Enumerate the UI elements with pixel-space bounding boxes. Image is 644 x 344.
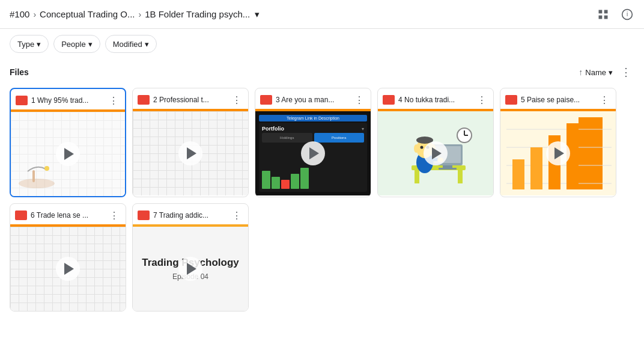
- card-5-play-icon: [554, 147, 564, 159]
- card-6-more-button[interactable]: ⋮: [108, 209, 121, 222]
- file-card-7[interactable]: 7 Trading addic... ⋮ Trading Psychology …: [132, 203, 249, 312]
- card-4-type-icon: [383, 95, 395, 105]
- card-4-header: 4 No tukka tradi... ⋮: [378, 88, 493, 109]
- card-5-header: 5 Paise se paise... ⋮: [500, 88, 616, 109]
- type-filter-arrow: ▾: [37, 40, 41, 49]
- card-5-more-button[interactable]: ⋮: [598, 93, 611, 106]
- modified-filter-label: Modified: [113, 40, 142, 49]
- card-3-thumbnail: Telegram Link in Description Portfolio ▾…: [255, 111, 371, 195]
- breadcrumb-item-3[interactable]: 1B Folder Trading psych...: [145, 9, 250, 19]
- card-6-title-row: 6 Trade lena se ...: [15, 210, 108, 220]
- files-controls: ↑ Name ▾ ⋮: [579, 64, 634, 81]
- card-3-type-icon: [260, 95, 272, 105]
- svg-rect-34: [512, 159, 524, 189]
- card-3-more-button[interactable]: ⋮: [353, 93, 366, 106]
- file-card-5[interactable]: 5 Paise se paise... ⋮: [500, 88, 616, 197]
- files-more-button[interactable]: ⋮: [618, 64, 634, 81]
- card-2-thumbnail: [133, 111, 248, 195]
- card-7-more-button[interactable]: ⋮: [230, 209, 243, 222]
- filter-bar: Type ▾ People ▾ Modified ▾: [0, 29, 644, 59]
- files-header: Files ↑ Name ▾ ⋮: [10, 64, 634, 81]
- type-filter-chip[interactable]: Type ▾: [10, 35, 49, 53]
- files-grid: 1 Why 95% trad... ⋮: [10, 88, 634, 312]
- card-3-title-row: 3 Are you a man...: [260, 95, 353, 105]
- card-4-play-button[interactable]: [424, 141, 448, 165]
- card-2-more-button[interactable]: ⋮: [230, 93, 243, 106]
- card-4-thumbnail: [378, 111, 493, 195]
- card-2-type-icon: [138, 95, 150, 105]
- grid-view-icon[interactable]: [596, 7, 610, 22]
- card-7-title-row: 7 Trading addic...: [138, 210, 230, 220]
- card-4-play-icon: [432, 147, 442, 159]
- card-5-title-row: 5 Paise se paise...: [505, 95, 598, 105]
- breadcrumb-item-1[interactable]: #100: [10, 9, 29, 19]
- file-card-1[interactable]: 1 Why 95% trad... ⋮: [10, 88, 126, 197]
- card-5-title: 5 Paise se paise...: [521, 96, 580, 104]
- svg-rect-1: [604, 10, 608, 13]
- breadcrumb: #100 › Conceptual Trading O... › 1B Fold…: [10, 9, 260, 20]
- card-7-title: 7 Trading addic...: [153, 211, 208, 220]
- card-5-type-icon: [505, 95, 517, 105]
- card-2-play-button[interactable]: [178, 141, 202, 165]
- card-7-type-icon: [138, 210, 150, 220]
- card-1-more-button[interactable]: ⋮: [107, 94, 120, 107]
- file-card-3[interactable]: 3 Are you a man... ⋮ Telegram Link in De…: [255, 88, 371, 197]
- svg-point-8: [44, 166, 49, 171]
- card-6-type-icon: [15, 210, 27, 220]
- card-7-header: 7 Trading addic... ⋮: [133, 204, 248, 224]
- header-icons: i: [596, 7, 634, 22]
- card-1-play-icon: [64, 148, 74, 160]
- chevron-icon-1: ›: [33, 10, 36, 19]
- card-3-play-button[interactable]: [301, 141, 325, 165]
- card-2-title-row: 2 Professional t...: [138, 95, 230, 105]
- svg-rect-10: [415, 170, 419, 183]
- card-1-type-icon: [16, 96, 28, 105]
- card-3-header: 3 Are you a man... ⋮: [255, 88, 371, 109]
- card-5-play-button[interactable]: [546, 141, 570, 165]
- svg-rect-29: [579, 117, 603, 189]
- svg-rect-15: [439, 168, 457, 170]
- card-3-play-icon: [309, 147, 319, 159]
- sort-dropdown-icon: ▾: [609, 68, 613, 77]
- file-card-2[interactable]: 2 Professional t... ⋮: [132, 88, 249, 197]
- card-2-play-icon: [187, 147, 196, 159]
- svg-text:i: i: [627, 11, 628, 17]
- svg-rect-3: [604, 15, 608, 19]
- breadcrumb-dropdown-icon[interactable]: ▾: [255, 9, 260, 20]
- card-1-title: 1 Why 95% trad...: [31, 96, 88, 105]
- modified-filter-arrow: ▾: [145, 40, 149, 49]
- card-6-play-icon: [64, 263, 74, 275]
- card-4-title-row: 4 No tukka tradi...: [383, 95, 475, 105]
- files-section-title: Files: [10, 67, 29, 77]
- card-1-play-button[interactable]: [56, 142, 80, 166]
- svg-rect-35: [530, 147, 542, 189]
- card-1-title-row: 1 Why 95% trad...: [16, 96, 107, 105]
- file-card-4[interactable]: 4 No tukka tradi... ⋮: [377, 88, 494, 197]
- card-4-more-button[interactable]: ⋮: [475, 93, 488, 106]
- info-icon[interactable]: i: [620, 7, 634, 22]
- people-filter-arrow: ▾: [88, 40, 93, 49]
- card-7-play-icon: [187, 263, 196, 275]
- card-1-thumbnail: [11, 112, 125, 196]
- header: #100 › Conceptual Trading O... › 1B Fold…: [0, 0, 644, 29]
- card-3-title: 3 Are you a man...: [276, 96, 334, 104]
- svg-rect-2: [599, 15, 603, 19]
- card-7-play-button[interactable]: [178, 257, 202, 281]
- file-card-6[interactable]: 6 Trade lena se ... ⋮: [10, 203, 126, 312]
- sort-arrow-icon: ↑: [579, 67, 583, 77]
- sort-label: Name: [585, 68, 606, 77]
- card-5-thumbnail: [500, 111, 616, 195]
- people-filter-chip[interactable]: People ▾: [53, 35, 100, 53]
- svg-rect-0: [599, 10, 603, 13]
- files-section: Files ↑ Name ▾ ⋮ 1 Why 95% trad... ⋮: [0, 59, 644, 316]
- sort-button[interactable]: ↑ Name ▾: [579, 67, 613, 77]
- svg-point-6: [19, 179, 55, 188]
- card-6-play-button[interactable]: [56, 257, 80, 281]
- modified-filter-chip[interactable]: Modified ▾: [105, 35, 157, 53]
- svg-point-21: [414, 144, 419, 153]
- card-6-title: 6 Trade lena se ...: [31, 211, 88, 220]
- breadcrumb-item-2[interactable]: Conceptual Trading O...: [40, 9, 135, 19]
- card-6-header: 6 Trade lena se ... ⋮: [10, 204, 126, 224]
- svg-rect-11: [458, 170, 463, 183]
- card-2-title: 2 Professional t...: [153, 96, 209, 104]
